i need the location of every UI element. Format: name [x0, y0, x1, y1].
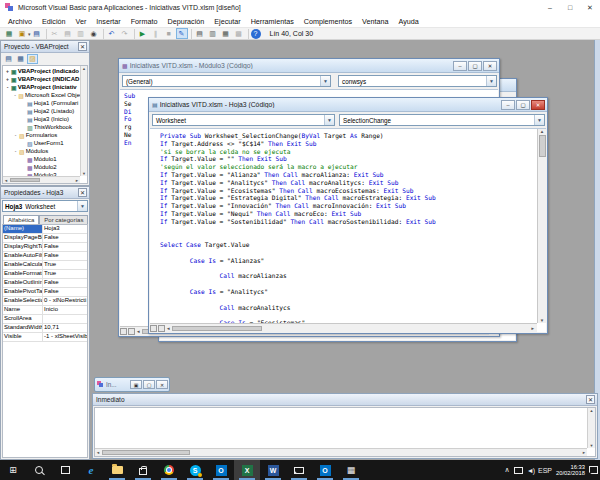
property-row[interactable]: Visible-1 - xlSheetVisib [3, 333, 87, 342]
tree-item[interactable]: -▨Microsoft Excel Obje [4, 91, 80, 99]
close-icon[interactable]: ✕ [586, 395, 595, 404]
immediate-panel-header[interactable]: Inmediato ✕ [93, 394, 597, 406]
minimized-code-window[interactable]: In... ▣ ▢ ✕ [94, 377, 170, 392]
save-icon[interactable]: ▤ [31, 28, 43, 39]
expander-icon[interactable]: + [4, 68, 11, 74]
property-value[interactable]: Hoja3 [43, 225, 87, 233]
property-row[interactable]: EnableOutliningFalse [3, 279, 87, 288]
procedure-combo[interactable]: SelectionChange ▼ [339, 114, 545, 126]
tree-item[interactable]: ▩Módulo2 [4, 163, 80, 171]
toolbox-icon[interactable]: ▩ [233, 28, 245, 39]
expander-icon[interactable]: + [4, 76, 11, 82]
view-object-icon[interactable]: ▦ [15, 54, 26, 64]
project-panel-header[interactable]: Proyecto - VBAProject ✕ [1, 41, 89, 53]
tree-item[interactable]: ▩Módulo1 [4, 155, 80, 163]
design-mode-icon[interactable]: ✎ [176, 28, 188, 39]
word-icon[interactable]: W [260, 460, 286, 480]
property-row[interactable]: NameInicio [3, 306, 87, 315]
maximize-button[interactable]: ▢ [143, 380, 155, 389]
start-button[interactable]: ⊞ [0, 460, 26, 480]
project-tree-hscrollbar[interactable]: ◄► [3, 176, 80, 183]
object-combo[interactable]: (General) ▼ [122, 75, 331, 87]
chevron-down-icon[interactable]: ▼ [320, 76, 330, 86]
hoja3-title-bar[interactable]: ▤ Iniciativas VITD.xlsm - Hoja3 (Código)… [149, 98, 547, 112]
menu-depuración[interactable]: Depuración [162, 16, 209, 27]
store-icon[interactable] [130, 460, 156, 480]
hoja3-code-area[interactable]: Private Sub Worksheet_SelectionChange(By… [150, 128, 546, 332]
close-icon[interactable]: ✕ [78, 188, 87, 197]
menu-formato[interactable]: Formato [126, 16, 163, 27]
title-bar[interactable]: Microsoft Visual Basic para Aplicaciones… [0, 0, 600, 15]
property-row[interactable]: StandardWidth10,71 [3, 324, 87, 333]
menu-herramientas[interactable]: Herramientas [246, 16, 299, 27]
property-row[interactable]: EnableFormatConTrue [3, 270, 87, 279]
close-button[interactable]: ✕ [531, 100, 545, 110]
chevron-down-icon[interactable]: ▼ [77, 201, 87, 211]
restore-button[interactable]: ▣ [130, 380, 142, 389]
hoja3-hscrollbar[interactable]: ◄► [150, 323, 537, 332]
property-value[interactable]: False [43, 234, 87, 242]
property-value[interactable]: 10,71 [43, 324, 87, 332]
toggle-folders-icon[interactable]: ▨ [27, 54, 38, 64]
hidden-icons-chevron[interactable]: ∧ [505, 466, 510, 474]
property-row[interactable]: EnableCalculationTrue [3, 261, 87, 270]
tree-item[interactable]: -▣VBAProject (Iniciativ [4, 83, 80, 91]
tree-item[interactable]: ▥ThisWorkbook [4, 123, 80, 131]
tree-item[interactable]: +▣VBAProject (INDICAD [4, 75, 80, 83]
expander-icon[interactable]: - [12, 132, 19, 138]
property-row[interactable]: EnablePivotTableFalse [3, 288, 87, 297]
property-value[interactable]: True [43, 270, 87, 278]
properties-panel-header[interactable]: Propiedades - Hoja3 ✕ [1, 187, 89, 199]
skype-icon[interactable]: S [182, 460, 208, 480]
project-tree-vscrollbar[interactable]: ▲▼ [80, 66, 87, 176]
maximize-button[interactable]: □ [560, 0, 580, 15]
tree-item[interactable]: -▨Formularios [4, 131, 80, 139]
tree-item[interactable]: ▤Hoja1 (Formulari [4, 99, 80, 107]
minimize-button[interactable]: ‒ [453, 61, 467, 71]
tree-item[interactable]: ▤Hoja2 (Listado) [4, 107, 80, 115]
menu-insertar[interactable]: Insertar [91, 16, 125, 27]
module3-title-bar[interactable]: ▩ Iniciativas VITD.xlsm - Módulo3 (Códig… [119, 59, 499, 73]
property-value[interactable]: False [43, 252, 87, 260]
hoja3-vscrollbar[interactable]: ▲▼ [537, 129, 546, 323]
property-row[interactable]: EnableSelection0 - xlNoRestricti [3, 297, 87, 306]
immediate-vscrollbar[interactable]: ▲▼ [587, 408, 595, 448]
excel-icon[interactable]: X [234, 460, 260, 480]
view-code-icon[interactable]: ▤ [3, 54, 14, 64]
chevron-down-icon[interactable]: ▼ [534, 115, 544, 125]
cut-icon[interactable]: ✂ [49, 28, 61, 39]
immediate-input-area[interactable]: ▲▼ ◄► [94, 407, 596, 457]
tab-alphabetic[interactable]: Alfabética [3, 215, 39, 224]
object-combo[interactable]: Worksheet ▼ [152, 114, 335, 126]
property-value[interactable]: True [43, 261, 87, 269]
undo-icon[interactable]: ↶ [106, 28, 118, 39]
paste-icon[interactable]: ▥ [75, 28, 87, 39]
procedure-combo[interactable]: conwsys ▼ [338, 75, 497, 87]
properties-window-icon[interactable]: ▥ [207, 28, 219, 39]
chevron-down-icon[interactable]: ▼ [324, 115, 334, 125]
project-explorer-icon[interactable]: ▤ [194, 28, 206, 39]
property-value[interactable]: False [43, 288, 87, 296]
outlook-icon[interactable]: O [208, 460, 234, 480]
object-browser-icon[interactable]: ▦ [220, 28, 232, 39]
menu-ejecutar[interactable]: Ejecutar [209, 16, 245, 27]
property-row[interactable]: ScrollArea [3, 315, 87, 324]
tree-item[interactable]: ▤Hoja3 (Inicio) [4, 115, 80, 123]
property-value[interactable]: Inicio [43, 306, 87, 314]
close-button[interactable]: ✕ [483, 61, 497, 71]
copy-icon[interactable]: ▤ [62, 28, 74, 39]
menu-complementos[interactable]: Complementos [299, 16, 357, 27]
expander-icon[interactable]: - [12, 148, 19, 154]
property-row[interactable]: DisplayRightToLefFalse [3, 243, 87, 252]
redo-icon[interactable]: ↷ [119, 28, 131, 39]
property-value[interactable]: 0 - xlNoRestricti [43, 297, 87, 305]
file-explorer-icon[interactable] [104, 460, 130, 480]
volume-icon[interactable]: ◄) [527, 467, 534, 474]
menu-ver[interactable]: Ver [71, 16, 92, 27]
tree-item[interactable]: +▣VBAProject (Indicado [4, 67, 80, 75]
network-icon[interactable] [514, 467, 523, 474]
property-value[interactable]: False [43, 243, 87, 251]
close-button[interactable]: ✕ [156, 380, 168, 389]
tab-categorized[interactable]: Por categorías [39, 215, 88, 224]
mail-icon[interactable] [286, 460, 312, 480]
